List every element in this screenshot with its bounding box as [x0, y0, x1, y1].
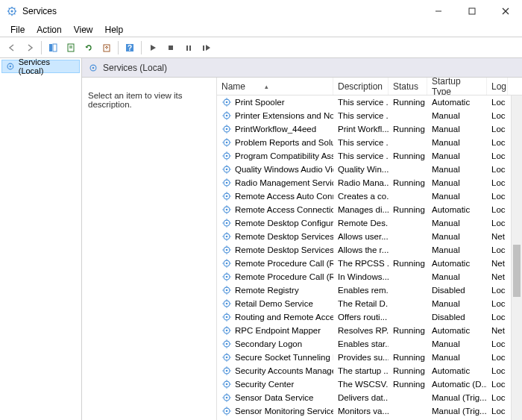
cell-description: The WSCSV... — [333, 380, 389, 389]
cell-description: This service ... — [333, 151, 389, 160]
service-row[interactable]: Remote Access Connection...Manages di...… — [217, 203, 522, 216]
service-row[interactable]: Printer Extensions and Notif...This serv… — [217, 109, 522, 122]
tree-pane: Services (Local) — [0, 58, 82, 420]
tree-root-item[interactable]: Services (Local) — [1, 60, 80, 73]
cell-description: The startup ... — [333, 366, 389, 375]
service-row[interactable]: RPC Endpoint MapperResolves RP...Running… — [217, 324, 522, 337]
cell-logon: Loc — [487, 353, 508, 362]
cell-name: PrintWorkflow_44eed — [217, 124, 333, 134]
cell-startup: Automatic (D... — [427, 380, 487, 389]
gear-icon — [221, 164, 232, 175]
column-header-status[interactable]: Status — [389, 78, 427, 95]
cell-description: The RPCSS ... — [333, 259, 389, 268]
svg-point-145 — [226, 357, 228, 359]
cell-startup: Manual — [427, 219, 487, 228]
start-service-button[interactable] — [145, 40, 161, 56]
scrollbar-thumb[interactable] — [513, 245, 521, 297]
close-button[interactable] — [488, 0, 522, 22]
gear-icon — [221, 178, 232, 188]
toolbar-separator — [141, 41, 142, 54]
column-header-startup[interactable]: Startup Type — [427, 78, 487, 95]
service-row[interactable]: Program Compatibility Assi...This servic… — [217, 149, 522, 163]
cell-logon: Loc — [487, 138, 508, 147]
gear-icon — [221, 204, 232, 215]
column-header-name[interactable]: Name — [217, 78, 333, 95]
service-row[interactable]: Remote Desktop ServicesAllows user...Man… — [217, 230, 522, 243]
svg-rect-25 — [203, 46, 204, 51]
menu-help[interactable]: Help — [99, 24, 130, 36]
cell-logon: Loc — [487, 151, 508, 160]
column-header-logon[interactable]: Log — [487, 78, 508, 95]
cell-description: Manages di... — [333, 205, 389, 214]
service-row[interactable]: Sensor Monitoring ServiceMonitors va...M… — [217, 404, 522, 418]
vertical-scrollbar[interactable] — [511, 95, 522, 420]
cell-name: Problem Reports and Soluti... — [217, 137, 333, 148]
service-row[interactable]: PrintWorkflow_44eedPrint Workfl...Runnin… — [217, 122, 522, 136]
service-row[interactable]: Remote Procedure Call (RP...In Windows..… — [217, 270, 522, 283]
menu-action[interactable]: Action — [31, 24, 67, 36]
service-row[interactable]: Retail Demo ServiceThe Retail D...Manual… — [217, 297, 522, 310]
cell-description: This service ... — [333, 98, 389, 107]
show-hide-tree-button[interactable] — [45, 40, 61, 56]
detail-body: Select an item to view its description. … — [82, 78, 522, 420]
column-header-description[interactable]: Description — [333, 78, 389, 95]
service-row[interactable]: Quality Windows Audio Vid...Quality Win.… — [217, 163, 522, 176]
cell-description: This service ... — [333, 111, 389, 120]
cell-logon: Loc — [487, 286, 508, 295]
service-row[interactable]: Sensor Data ServiceDelivers dat...Manual… — [217, 391, 522, 404]
refresh-button[interactable] — [81, 40, 97, 56]
cell-startup: Manual — [427, 299, 487, 308]
gear-icon — [221, 379, 232, 389]
stop-service-button[interactable] — [163, 40, 179, 56]
pause-service-button[interactable] — [180, 40, 197, 56]
service-row[interactable]: Print SpoolerThis service ...RunningAuto… — [217, 95, 522, 109]
titlebar: Services — [0, 0, 522, 22]
service-row[interactable]: Secure Socket Tunneling Pr...Provides su… — [217, 351, 522, 364]
service-row[interactable]: Remote RegistryEnables rem...DisabledLoc — [217, 283, 522, 297]
tree-root-label: Services (Local) — [19, 57, 76, 75]
forward-button[interactable] — [22, 40, 38, 56]
service-row[interactable]: Secondary LogonEnables star...ManualLoc — [217, 337, 522, 351]
minimize-button[interactable] — [421, 0, 455, 22]
cell-startup: Manual — [427, 178, 487, 187]
service-row[interactable]: Radio Management ServiceRadio Mana...Run… — [217, 176, 522, 189]
svg-line-8 — [9, 13, 10, 14]
svg-point-91 — [226, 236, 228, 238]
help-button[interactable]: ? — [122, 40, 138, 56]
cell-status: Running — [389, 380, 427, 389]
service-row[interactable]: Security Accounts ManagerThe startup ...… — [217, 364, 522, 377]
list-header: Name Description Status Startup Type Log — [217, 78, 522, 95]
cell-description: Quality Win... — [333, 165, 389, 174]
description-hint: Select an item to view its description. — [88, 91, 183, 109]
cell-name: Security Center — [217, 379, 333, 389]
cell-startup: Automatic — [427, 366, 487, 375]
service-row[interactable]: Remote Desktop Configurat...Remote Des..… — [217, 216, 522, 230]
cell-name: Remote Desktop Services — [217, 231, 333, 242]
service-row[interactable]: Problem Reports and Soluti...This servic… — [217, 136, 522, 149]
export-button[interactable] — [98, 40, 115, 56]
svg-point-27 — [10, 66, 12, 68]
menu-file[interactable]: File — [4, 24, 31, 36]
maximize-button[interactable] — [455, 0, 488, 22]
svg-point-109 — [226, 276, 228, 278]
gear-icon — [221, 97, 232, 107]
gear-icon — [88, 63, 98, 73]
svg-point-115 — [226, 289, 228, 292]
service-row[interactable]: Remote Desktop Services U...Allows the r… — [217, 243, 522, 257]
restart-service-button[interactable] — [198, 40, 215, 56]
service-row[interactable]: Remote Access Auto Conne...Creates a co.… — [217, 189, 522, 203]
service-row[interactable]: Remote Procedure Call (RPC)The RPCSS ...… — [217, 257, 522, 270]
cell-description: Creates a co... — [333, 192, 389, 201]
service-row[interactable]: Routing and Remote AccessOffers routi...… — [217, 310, 522, 324]
gear-icon — [221, 285, 232, 295]
svg-rect-15 — [53, 44, 57, 51]
cell-status: Running — [389, 125, 427, 134]
cell-name: Quality Windows Audio Vid... — [217, 164, 333, 175]
menu-view[interactable]: View — [68, 24, 99, 36]
service-row[interactable]: Security CenterThe WSCSV...RunningAutoma… — [217, 377, 522, 391]
cell-status: Running — [389, 353, 427, 362]
back-button[interactable] — [4, 40, 20, 56]
properties-button[interactable] — [63, 40, 79, 56]
cell-logon: Net — [487, 326, 508, 335]
cell-logon: Net — [487, 272, 508, 281]
